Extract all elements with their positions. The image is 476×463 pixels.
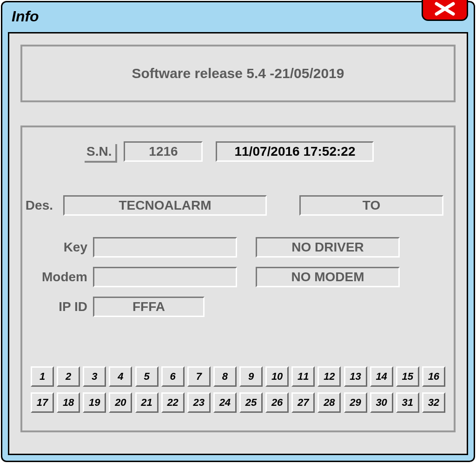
num-button[interactable]: 9 bbox=[239, 366, 263, 387]
kv-block: Key NO DRIVER Modem NO MODEM IP ID FFFA bbox=[32, 237, 444, 317]
sn-row: S.N. 1216 11/07/2016 17:52:22 bbox=[83, 141, 444, 162]
num-button[interactable]: 12 bbox=[317, 366, 341, 387]
num-button[interactable]: 28 bbox=[317, 392, 341, 413]
num-button[interactable]: 15 bbox=[396, 366, 419, 387]
num-button[interactable]: 21 bbox=[135, 392, 159, 413]
num-button[interactable]: 27 bbox=[291, 392, 315, 413]
button-row-2: 17 18 19 20 21 22 23 24 25 26 27 28 29 3… bbox=[31, 392, 445, 413]
button-row-1: 1 2 3 4 5 6 7 8 9 10 11 12 13 14 15 16 bbox=[31, 366, 445, 387]
modem-label: Modem bbox=[32, 270, 93, 284]
des-label: Des. bbox=[25, 198, 59, 213]
close-icon bbox=[434, 2, 456, 18]
num-button[interactable]: 16 bbox=[422, 366, 445, 387]
release-panel: Software release 5.4 -21/05/2019 bbox=[20, 45, 456, 102]
num-button[interactable]: 7 bbox=[187, 366, 211, 387]
num-button[interactable]: 1 bbox=[31, 366, 54, 387]
num-button[interactable]: 30 bbox=[370, 392, 393, 413]
num-button[interactable]: 20 bbox=[109, 392, 132, 413]
num-button[interactable]: 4 bbox=[109, 366, 132, 387]
key-label: Key bbox=[32, 240, 93, 255]
num-button[interactable]: 25 bbox=[239, 392, 263, 413]
num-button[interactable]: 32 bbox=[422, 392, 445, 413]
ipid-row: IP ID FFFA bbox=[32, 297, 444, 317]
num-button[interactable]: 24 bbox=[213, 392, 237, 413]
ipid-value: FFFA bbox=[93, 297, 205, 317]
info-window: Info Software release 5.4 -21/05/2019 S.… bbox=[1, 1, 475, 462]
sn-value: 1216 bbox=[124, 141, 203, 162]
modem-value bbox=[93, 267, 237, 287]
num-button[interactable]: 19 bbox=[83, 392, 106, 413]
release-text: Software release 5.4 -21/05/2019 bbox=[132, 66, 344, 81]
num-button[interactable]: 14 bbox=[370, 366, 393, 387]
content-area: Software release 5.4 -21/05/2019 S.N. 12… bbox=[8, 32, 468, 455]
des-to: TO bbox=[299, 195, 443, 216]
details-panel: S.N. 1216 11/07/2016 17:52:22 Des. TECNO… bbox=[20, 126, 456, 432]
num-button[interactable]: 10 bbox=[265, 366, 289, 387]
sn-datetime: 11/07/2016 17:52:22 bbox=[216, 141, 374, 162]
num-button[interactable]: 23 bbox=[187, 392, 211, 413]
num-button[interactable]: 11 bbox=[291, 366, 315, 387]
window-title: Info bbox=[12, 8, 39, 25]
num-button[interactable]: 17 bbox=[31, 392, 54, 413]
num-button[interactable]: 31 bbox=[396, 392, 419, 413]
close-button[interactable] bbox=[422, 0, 468, 21]
modem-row: Modem NO MODEM bbox=[32, 267, 444, 287]
num-button[interactable]: 26 bbox=[265, 392, 289, 413]
key-value bbox=[93, 237, 237, 258]
num-button[interactable]: 5 bbox=[135, 366, 159, 387]
num-button[interactable]: 18 bbox=[57, 392, 80, 413]
des-row: Des. TECNOALARM TO bbox=[25, 195, 444, 216]
key-status: NO DRIVER bbox=[256, 237, 400, 258]
num-button[interactable]: 6 bbox=[161, 366, 185, 387]
modem-status: NO MODEM bbox=[256, 267, 400, 287]
num-button[interactable]: 8 bbox=[213, 366, 237, 387]
num-button[interactable]: 29 bbox=[344, 392, 367, 413]
titlebar: Info bbox=[2, 2, 474, 30]
button-grid: 1 2 3 4 5 6 7 8 9 10 11 12 13 14 15 16 bbox=[31, 366, 445, 418]
num-button[interactable]: 3 bbox=[83, 366, 106, 387]
num-button[interactable]: 2 bbox=[57, 366, 80, 387]
num-button[interactable]: 13 bbox=[344, 366, 367, 387]
des-value: TECNOALARM bbox=[63, 195, 267, 216]
ipid-label: IP ID bbox=[32, 299, 93, 314]
sn-label: S.N. bbox=[83, 142, 115, 161]
key-row: Key NO DRIVER bbox=[32, 237, 444, 258]
num-button[interactable]: 22 bbox=[161, 392, 185, 413]
